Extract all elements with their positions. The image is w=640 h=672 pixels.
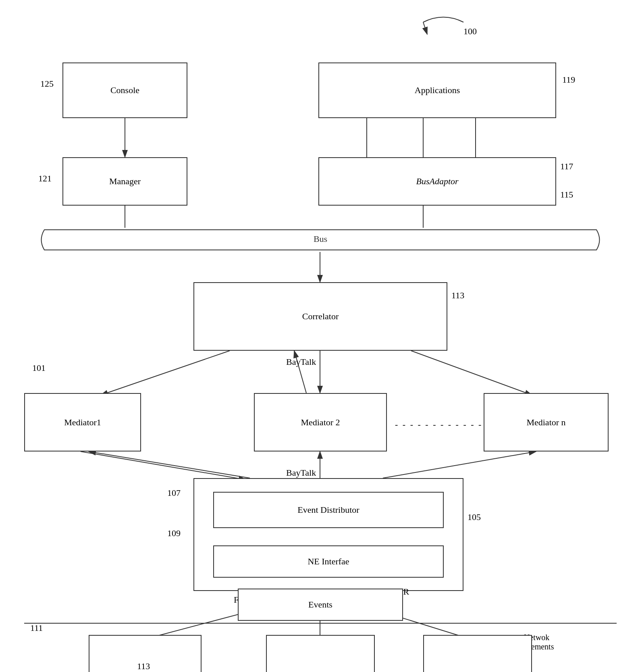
- mediator2-box: Mediator 2: [254, 393, 387, 451]
- manager-box: Manager: [62, 157, 187, 206]
- network-layer-line: [24, 623, 617, 624]
- ref-107: 107: [167, 488, 181, 498]
- events-box: Events: [238, 589, 403, 621]
- ref-113-bot: 113: [137, 661, 150, 672]
- console-box: Console: [62, 62, 187, 118]
- applications-box: Applications: [318, 62, 556, 118]
- svg-line-17: [383, 451, 536, 478]
- correlator-label: Correlator: [302, 311, 339, 322]
- ref-119: 119: [562, 75, 575, 85]
- baytalk-top-label: BayTalk: [286, 357, 316, 367]
- ref-125: 125: [40, 79, 54, 89]
- bus-adaptor-box: BusAdaptor: [318, 157, 556, 206]
- ref-121: 121: [38, 173, 52, 184]
- ref-105: 105: [468, 512, 481, 522]
- ref-113-top: 113: [451, 290, 464, 301]
- svg-text:Bus: Bus: [314, 234, 327, 244]
- svg-line-18: [81, 451, 246, 480]
- event-distributor-box: Event Distributor: [213, 492, 444, 528]
- svg-line-11: [101, 351, 230, 395]
- bus-shape: Bus: [32, 228, 609, 252]
- ne-interface-label: NE Interfae: [308, 556, 349, 567]
- bus-adaptor-label: BusAdaptor: [416, 176, 458, 187]
- mediator-n-label: Mediator n: [526, 417, 565, 428]
- event-distributor-label: Event Distributor: [297, 505, 359, 515]
- svg-line-2: [423, 22, 427, 34]
- ref-101: 101: [32, 363, 46, 373]
- mediator1-label: Mediator1: [64, 417, 101, 428]
- console-label: Console: [110, 85, 139, 96]
- events-label: Events: [308, 599, 332, 610]
- ne-box-2: [266, 635, 375, 672]
- baytalk-bot-label: BayTalk: [286, 468, 316, 478]
- svg-line-13: [411, 351, 532, 395]
- ref-117: 117: [560, 161, 573, 172]
- mediator2-label: Mediator 2: [301, 417, 340, 428]
- ref-115: 115: [560, 189, 573, 200]
- ne-box-3: [423, 635, 532, 672]
- dotted-separator: - - - - - - - - - - - -: [395, 419, 482, 430]
- ne-interface-box: NE Interfae: [213, 545, 444, 578]
- manager-label: Manager: [109, 176, 141, 187]
- ref-111: 111: [30, 623, 43, 633]
- correlator-box: Correlator: [193, 282, 447, 351]
- mediator-n-box: Mediator n: [484, 393, 609, 451]
- ref-100: 100: [463, 26, 477, 37]
- svg-line-15: [89, 451, 250, 478]
- outer-105-box: Event Distributor NE Interfae: [193, 478, 463, 591]
- applications-label: Applications: [415, 85, 460, 96]
- ref-109: 109: [167, 528, 181, 539]
- mediator1-box: Mediator1: [24, 393, 141, 451]
